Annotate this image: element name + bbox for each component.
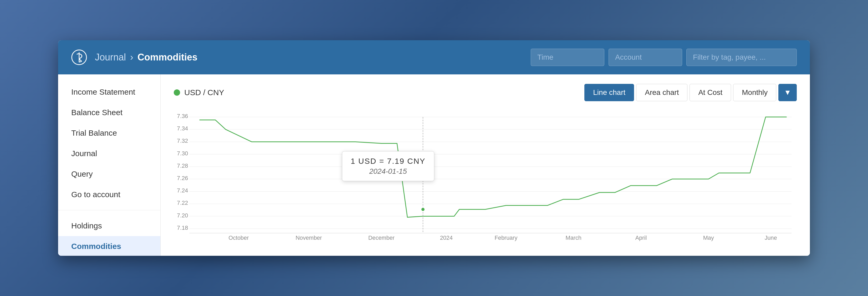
price-chart: 7.36 7.34 7.32 7.30 7.28 7.26 7.24 7.22 … <box>174 109 797 246</box>
chart-container: 7.36 7.34 7.32 7.30 7.28 7.26 7.24 7.22 … <box>174 109 797 246</box>
header: Journal › Commodities <box>58 40 810 75</box>
line-chart-button[interactable]: Line chart <box>584 84 634 101</box>
sidebar-item-income-statement[interactable]: Income Statement <box>58 82 160 102</box>
chart-header: USD / CNY Line chart Area chart At Cost … <box>174 84 797 101</box>
sidebar-item-journal[interactable]: Journal <box>58 143 160 164</box>
svg-text:November: November <box>296 235 322 241</box>
sidebar-item-holdings[interactable]: Holdings <box>58 215 160 236</box>
svg-text:7.26: 7.26 <box>177 175 188 181</box>
area-chart-button[interactable]: Area chart <box>636 84 687 101</box>
svg-text:June: June <box>765 235 777 241</box>
svg-text:7.36: 7.36 <box>177 113 188 119</box>
svg-text:May: May <box>703 235 714 241</box>
svg-text:7.28: 7.28 <box>177 162 188 169</box>
svg-text:2024: 2024 <box>440 235 453 241</box>
breadcrumb-current: Commodities <box>137 52 197 63</box>
chart-controls: Line chart Area chart At Cost Monthly ▼ <box>584 84 797 101</box>
sidebar-item-trial-balance[interactable]: Trial Balance <box>58 123 160 143</box>
monthly-button[interactable]: Monthly <box>733 84 776 101</box>
svg-text:February: February <box>495 235 518 241</box>
svg-text:7.24: 7.24 <box>177 187 188 194</box>
account-filter-input[interactable] <box>609 49 682 66</box>
svg-text:7.18: 7.18 <box>177 225 188 231</box>
svg-text:December: December <box>368 235 395 241</box>
sidebar-item-query[interactable]: Query <box>58 164 160 184</box>
sidebar-item-go-to-account[interactable]: Go to account <box>58 184 160 205</box>
legend-label: USD / CNY <box>184 88 224 97</box>
svg-point-32 <box>421 207 425 211</box>
svg-text:April: April <box>636 235 647 241</box>
svg-text:7.34: 7.34 <box>177 125 188 132</box>
sidebar-section-portfolio: Holdings Commodities Documents Events <box>58 213 160 256</box>
sidebar-divider <box>58 210 160 210</box>
svg-text:7.20: 7.20 <box>177 212 188 218</box>
at-cost-button[interactable]: At Cost <box>689 84 731 101</box>
time-filter-input[interactable] <box>531 49 604 66</box>
chart-legend: USD / CNY <box>174 88 224 97</box>
chart-area: USD / CNY Line chart Area chart At Cost … <box>161 75 810 256</box>
breadcrumb-separator: › <box>130 52 133 63</box>
svg-text:October: October <box>228 235 249 241</box>
legend-dot-icon <box>174 89 180 96</box>
tag-filter-input[interactable] <box>686 49 797 66</box>
app-logo-icon <box>71 50 87 65</box>
header-filters <box>531 49 797 66</box>
sidebar-item-balance-sheet[interactable]: Balance Sheet <box>58 102 160 123</box>
sidebar-item-commodities[interactable]: Commodities <box>58 236 160 256</box>
svg-text:7.22: 7.22 <box>177 200 188 206</box>
sidebar: Income Statement Balance Sheet Trial Bal… <box>58 75 161 256</box>
sidebar-section-reports: Income Statement Balance Sheet Trial Bal… <box>58 80 160 207</box>
app-window: Journal › Commodities Income Statement B… <box>58 40 810 256</box>
breadcrumb: Journal › Commodities <box>95 52 523 63</box>
breadcrumb-journal-link[interactable]: Journal <box>95 52 126 63</box>
main-content: Income Statement Balance Sheet Trial Bal… <box>58 75 810 256</box>
svg-text:March: March <box>566 235 582 241</box>
chart-options-button[interactable]: ▼ <box>778 84 797 101</box>
svg-text:7.32: 7.32 <box>177 138 188 144</box>
svg-text:7.30: 7.30 <box>177 150 188 157</box>
